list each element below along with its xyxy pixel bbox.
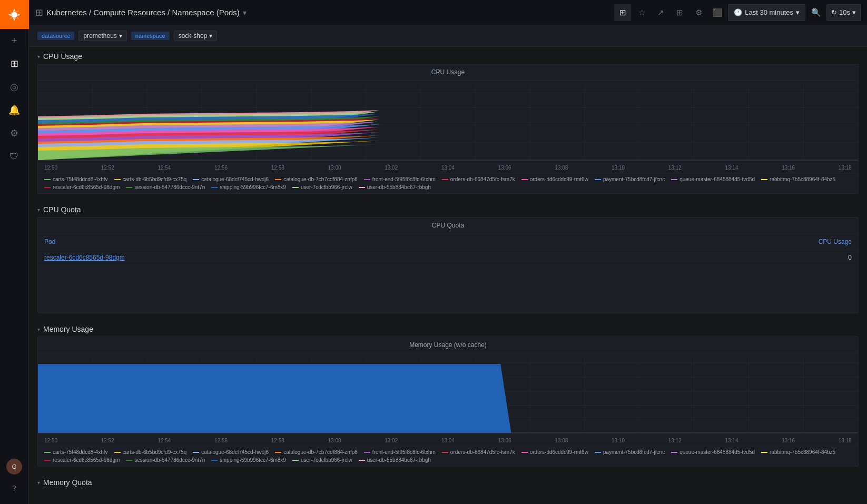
memory-usage-legend: carts-75f48ddcd8-4xhfv carts-db-6b5bd9cf…	[38, 446, 858, 466]
x-label: 12:56	[214, 165, 228, 171]
tv-mode-button[interactable]: ⬛	[709, 4, 726, 21]
user-avatar[interactable]: G	[6, 459, 22, 475]
refresh-button[interactable]: ↻ 10s ▾	[826, 4, 861, 21]
x-label: 12:52	[101, 438, 114, 443]
sidebar-item-help[interactable]: ?	[0, 477, 29, 500]
namespace-value: sock-shop	[179, 32, 208, 39]
x-label: 12:50	[44, 165, 57, 171]
pod-name-cell: rescaler-6cd6c8565d-98dgm	[38, 250, 587, 265]
legend-item: carts-75f48ddcd8-4xhfv	[44, 176, 108, 182]
svg-marker-67	[38, 364, 858, 433]
legend-item: front-end-5f95f8c8fc-6txhm	[364, 449, 436, 455]
datasource-select[interactable]: prometheus ▾	[78, 31, 126, 41]
cpu-usage-chart-title: CPU Usage	[38, 64, 858, 81]
memory-usage-chevron: ▾	[37, 327, 40, 332]
cpu-quota-title: CPU Quota	[43, 205, 81, 214]
sidebar-item-add[interactable]: +	[0, 29, 29, 52]
datasource-value: prometheus	[83, 32, 116, 39]
dropdown-chevron-icon[interactable]: ▾	[243, 8, 247, 17]
sidebar: + ⊞ ◎ 🔔 ⚙ 🛡 G ?	[0, 0, 29, 504]
time-range-chevron: ▾	[796, 8, 800, 16]
legend-item: orders-db-66847d5fc-fsm7k	[442, 176, 515, 182]
x-label: 13:18	[839, 438, 852, 443]
share-button[interactable]: ↗	[652, 4, 669, 21]
dashboard-settings-button[interactable]: ⊞	[614, 4, 631, 21]
x-label: 13:18	[839, 165, 852, 171]
pod-link[interactable]: rescaler-6cd6c8565d-98dgm	[44, 254, 125, 261]
x-label: 12:58	[271, 438, 284, 443]
sidebar-item-shield[interactable]: 🛡	[0, 145, 29, 168]
legend-item: shipping-59b996fcc7-6m8x9	[211, 457, 286, 463]
cpu-usage-chevron: ▾	[37, 54, 40, 60]
legend-item: rescaler-6cd6c8565d-98dgm	[44, 457, 120, 463]
legend-item: shipping-59b996fcc7-6m8x9	[211, 184, 286, 190]
memory-usage-chart-title: Memory Usage (w/o cache)	[38, 337, 858, 353]
legend-item: front-end-5f95f8c8fc-6txhm	[364, 176, 436, 182]
clock-icon: 🕐	[734, 8, 742, 16]
topbar: ⊞ Kubernetes / Compute Resources / Names…	[29, 0, 867, 25]
legend-item: queue-master-6845884d5-tvd5d	[671, 449, 755, 455]
sidebar-item-dashboard[interactable]: ⊞	[0, 52, 29, 75]
legend-item: orders-dd6cddc99-rmt6w	[521, 176, 588, 182]
search-button[interactable]: 🔍	[807, 4, 824, 21]
sidebar-item-explore[interactable]: ◎	[0, 75, 29, 98]
cpu-usage-column-header: CPU Usage	[587, 234, 858, 250]
legend-item: carts-db-6b5bd9cfd9-cx75q	[114, 449, 187, 455]
settings-button[interactable]: ⚙	[690, 4, 707, 21]
time-range-picker[interactable]: 🕐 Last 30 minutes ▾	[728, 4, 805, 21]
namespace-chevron: ▾	[209, 32, 212, 39]
dashboard-content: ▾ CPU Usage CPU Usage	[29, 47, 867, 504]
cpu-usage-legend: carts-75f48ddcd8-4xhfv carts-db-6b5bd9cf…	[38, 173, 858, 193]
x-label: 12:56	[214, 438, 228, 443]
legend-item: user-7cdcfbb966-jrclw	[292, 457, 352, 463]
cpu-quota-panel: CPU Quota Pod CPU Usage rescaler-6cd6c85…	[37, 217, 859, 313]
legend-item: catalogue-db-7cb7cdf884-znfp8	[275, 176, 358, 182]
cpu-quota-section-header[interactable]: ▾ CPU Quota	[29, 200, 867, 217]
table-empty-space	[38, 265, 858, 313]
x-label: 13:08	[555, 165, 568, 171]
memory-usage-section-header[interactable]: ▾ Memory Usage	[29, 320, 867, 337]
sidebar-item-settings[interactable]: ⚙	[0, 122, 29, 145]
x-label: 13:16	[782, 165, 795, 171]
x-label: 13:12	[668, 165, 682, 171]
x-label: 13:02	[385, 165, 398, 171]
cpu-usage-section-header[interactable]: ▾ CPU Usage	[29, 47, 867, 64]
x-label: 12:54	[157, 438, 171, 443]
cpu-quota-chevron: ▾	[37, 207, 40, 213]
namespace-label: namespace	[131, 32, 170, 40]
legend-item: orders-db-66847d5fc-fsm7k	[442, 449, 515, 455]
star-button[interactable]: ☆	[633, 4, 650, 21]
memory-usage-title: Memory Usage	[43, 325, 93, 333]
refresh-chevron: ▾	[852, 8, 856, 16]
x-label: 12:54	[157, 165, 171, 171]
legend-item: rabbitmq-7b5c88964f-84bz5	[761, 449, 835, 455]
legend-item: payment-75bcd8fcd7-jfcnc	[595, 176, 665, 182]
cpu-usage-title: CPU Usage	[43, 52, 82, 61]
filterbar: datasource prometheus ▾ namespace sock-s…	[29, 25, 867, 47]
x-label: 13:00	[328, 165, 341, 171]
x-label: 13:04	[441, 438, 455, 443]
page-title: Kubernetes / Compute Resources / Namespa…	[46, 8, 240, 17]
cpu-usage-cell: 0	[587, 250, 858, 265]
x-label: 13:04	[441, 165, 455, 171]
x-label: 13:14	[725, 165, 738, 171]
pod-column-header: Pod	[38, 234, 587, 250]
add-panel-button[interactable]: ⊞	[671, 4, 688, 21]
legend-item: session-db-547786dccc-9nt7n	[126, 457, 205, 463]
topbar-actions: ⊞ ☆ ↗ ⊞ ⚙ ⬛ 🕐 Last 30 minutes ▾ 🔍 ↻ 10s …	[614, 4, 861, 21]
legend-item: session-db-547786dccc-9nt7n	[126, 184, 205, 190]
app-logo[interactable]	[0, 0, 29, 29]
memory-quota-section-header[interactable]: ▾ Memory Quota	[29, 473, 867, 490]
legend-item: catalogue-db-7cb7cdf884-znfp8	[275, 449, 358, 455]
table-row: rescaler-6cd6c8565d-98dgm 0	[38, 250, 858, 265]
x-label: 13:16	[782, 438, 795, 443]
main-content: ⊞ Kubernetes / Compute Resources / Names…	[29, 0, 867, 504]
x-label: 13:10	[612, 438, 625, 443]
memory-usage-chart-area: 12:50 12:52 12:54 12:56 12:58 13:00 13:0…	[38, 353, 858, 446]
namespace-select[interactable]: sock-shop ▾	[174, 31, 218, 41]
legend-item: rescaler-6cd6c8565d-98dgm	[44, 184, 120, 190]
memory-quota-title: Memory Quota	[43, 478, 92, 487]
svg-point-0	[11, 12, 17, 18]
cpu-usage-svg	[38, 85, 858, 164]
sidebar-item-alerts[interactable]: 🔔	[0, 98, 29, 122]
